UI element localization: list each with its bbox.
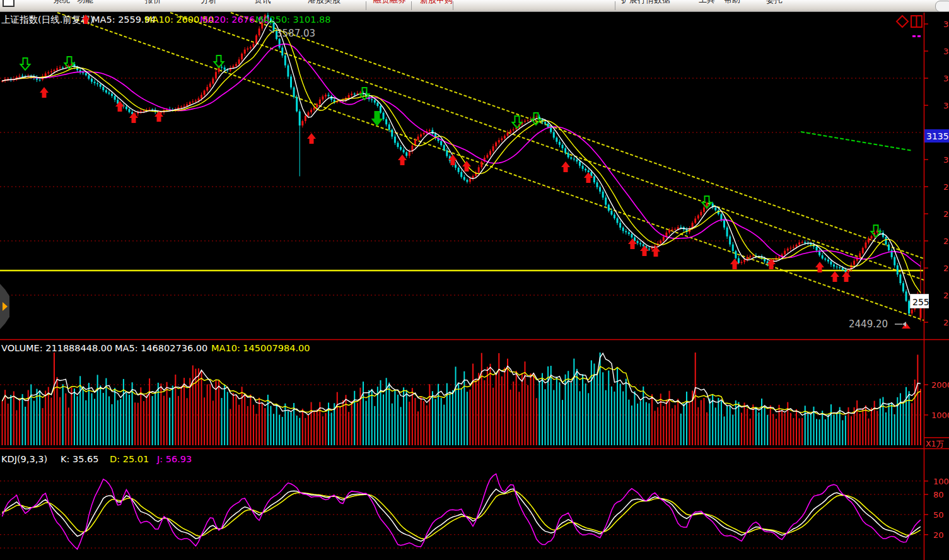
svg-text:2850: 2850 — [943, 209, 949, 219]
svg-text:3550: 3550 — [943, 20, 949, 29]
buy-signal-arrow — [640, 245, 649, 256]
sell-signal-arrow-filled — [371, 111, 383, 126]
menu-separator — [411, 1, 412, 10]
buy-signal-arrow — [842, 271, 851, 282]
app-window-icon — [3, 0, 15, 7]
menu-item[interactable]: 融资融券 — [373, 0, 406, 6]
symbol-title: 上证指数(日线.前复权) — [1, 15, 93, 25]
buy-signal-arrow — [462, 161, 471, 172]
menu-item[interactable]: 工具 — [699, 0, 715, 6]
svg-text:2450: 2450 — [943, 318, 949, 327]
svg-text:3450: 3450 — [943, 47, 949, 56]
volume-layer — [2, 298, 921, 445]
svg-text:3250: 3250 — [943, 101, 949, 110]
kdj-layer — [3, 474, 921, 549]
magenta-marker-dash-2 — [917, 35, 921, 37]
latest-price-value: 2550 — [912, 297, 935, 307]
menu-item[interactable]: 新股申购 — [420, 0, 453, 6]
chart-canvas[interactable]: 3550345033503250315030502950285027502650… — [0, 12, 949, 560]
svg-text:20000: 20000 — [931, 380, 949, 390]
menu-item[interactable]: 资讯 — [254, 0, 271, 6]
svg-text:80: 80 — [933, 490, 944, 499]
menu-item[interactable]: 港股美股 — [308, 0, 341, 6]
buy-signal-arrow — [561, 161, 570, 172]
kdj-title: KDJ(9,3,3) — [1, 454, 47, 464]
menu-bar[interactable]: 系统功能报价分析资讯港股美股融资融券新股申购扩展行情数据工具帮助委托 — [0, 0, 949, 12]
menu-item[interactable]: 功能 — [77, 0, 93, 6]
menu-item[interactable]: 分析 — [201, 0, 217, 6]
buy-signal-arrow — [129, 112, 138, 123]
volume-unit-label: X1万 — [926, 439, 944, 448]
kdj-d-value: D: 25.01 — [110, 454, 149, 464]
menu-item[interactable]: 扩展行情数据 — [621, 0, 670, 6]
svg-text:2650: 2650 — [943, 264, 949, 273]
volume-legend: VOLUME: 211888448.00 — [1, 343, 112, 353]
svg-text:3350: 3350 — [943, 74, 949, 83]
menu-separator — [453, 1, 453, 10]
buy-signal-arrow — [307, 133, 316, 144]
menu-item[interactable]: 系统 — [54, 0, 70, 6]
svg-text:2950: 2950 — [943, 182, 949, 192]
low-price-label: 2449.20 — [849, 318, 888, 330]
candlestick-layer — [1, 13, 921, 322]
svg-text:100: 100 — [933, 477, 949, 486]
peak-price-label: 3587.03 — [276, 28, 315, 39]
kdj-j-value: J: 56.93 — [156, 454, 192, 464]
kdj-k-value: K: 35.65 — [61, 454, 99, 464]
svg-text:3050: 3050 — [943, 155, 949, 165]
moving-average-layer — [3, 21, 921, 304]
split-window-icon[interactable] — [911, 16, 922, 27]
menu-separator — [615, 1, 615, 10]
svg-text:20: 20 — [933, 530, 944, 540]
expand-right-icon — [3, 302, 8, 311]
magenta-marker-dash-1 — [912, 35, 916, 37]
svg-text:10000: 10000 — [931, 411, 949, 420]
buy-signal-arrow — [398, 155, 407, 165]
sell-signal-arrow — [513, 116, 522, 128]
sell-signal-arrow — [21, 58, 30, 70]
svg-text:2750: 2750 — [943, 236, 949, 246]
svg-text:2550: 2550 — [943, 291, 949, 300]
latest-price-tag: 2550 — [910, 294, 935, 308]
buy-signal-arrow — [115, 101, 124, 112]
menu-item[interactable]: 帮助 — [724, 0, 740, 6]
quote-button[interactable] — [935, 1, 949, 12]
axis-layer: 3550345033503250315030502950285027502650… — [924, 20, 949, 540]
sell-signal-arrow — [871, 225, 881, 237]
ma250-price-tag: 3135 — [924, 129, 949, 143]
trading-app-window: 系统功能报价分析资讯港股美股融资融券新股申购扩展行情数据工具帮助委托 35503… — [0, 0, 949, 560]
menu-item[interactable]: 报价 — [145, 0, 161, 6]
volume-ma10-legend: MA10: 145007984.00 — [211, 343, 310, 353]
buy-signal-arrow — [40, 87, 49, 98]
buy-signal-arrow — [830, 271, 839, 282]
svg-text:50: 50 — [933, 510, 944, 520]
ma250-legend: MA250: 3101.88 — [255, 15, 331, 25]
menu-separator — [366, 1, 366, 10]
diamond-tool-icon[interactable] — [897, 16, 908, 27]
trendlines-layer — [0, 13, 924, 320]
menu-item[interactable]: 委托 — [766, 0, 783, 6]
volume-ma5-legend: MA5: 146802736.00 — [115, 343, 207, 353]
ma250-tag-value: 3135 — [926, 131, 949, 141]
